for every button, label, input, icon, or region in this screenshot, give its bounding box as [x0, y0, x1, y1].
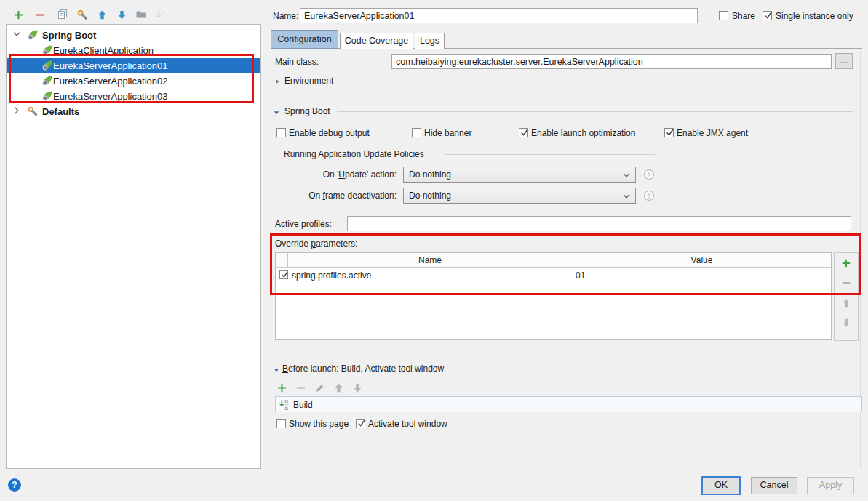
task-label: Build — [293, 398, 313, 412]
tree-item-eureka-server-02[interactable]: EurekaServerApplication02 — [7, 73, 260, 89]
enable-jmx-agent-checkbox[interactable] — [664, 128, 674, 137]
tree-node-defaults[interactable]: Defaults — [7, 104, 260, 119]
activate-tool-window-checkbox[interactable] — [356, 419, 365, 428]
before-launch-expand-icon[interactable] — [272, 366, 281, 374]
spring-boot-section-label[interactable]: Spring Boot — [284, 106, 330, 116]
tree-item-eureka-client[interactable]: EurekaClientApplication — [7, 43, 260, 58]
tab-configuration[interactable]: Configuration — [271, 30, 338, 49]
tree-item-eureka-server-03[interactable]: EurekaServerApplication03 — [7, 89, 260, 104]
tree-node-spring-boot[interactable]: Spring Boot — [7, 28, 260, 43]
move-up-button[interactable] — [95, 8, 108, 21]
environment-section-label[interactable]: Environment — [284, 76, 333, 86]
chevron-right-icon[interactable] — [12, 105, 22, 116]
tree-item-label: EurekaServerApplication02 — [53, 73, 168, 89]
remove-task-button[interactable] — [294, 381, 307, 394]
on-update-action-label: On 'Update' action: — [269, 169, 397, 180]
enable-jmx-agent-label[interactable]: Enable JMX agent — [677, 128, 748, 138]
table-row[interactable]: spring.profiles.active 01 — [276, 268, 831, 283]
enable-debug-output-label[interactable]: Enable debug output — [289, 128, 370, 138]
hide-banner-checkbox[interactable] — [412, 128, 421, 137]
tree-node-label: Defaults — [42, 104, 79, 119]
chevron-down-icon — [621, 191, 632, 201]
chevron-down-icon[interactable] — [12, 29, 22, 39]
enable-launch-optimization-label[interactable]: Enable launch optimization — [531, 128, 635, 138]
edit-defaults-button[interactable] — [76, 8, 89, 21]
add-configuration-button[interactable] — [12, 8, 25, 21]
move-down-button[interactable] — [115, 8, 128, 21]
spring-boot-run-config-icon — [41, 44, 53, 56]
parameter-enabled-checkbox[interactable] — [279, 270, 288, 279]
add-parameter-button[interactable] — [840, 257, 853, 270]
ok-button[interactable]: OK — [701, 476, 741, 495]
column-header-name[interactable]: Name — [287, 253, 573, 268]
override-parameters-table: Name Value spring.profiles.active 01 — [275, 252, 832, 340]
hide-banner-label[interactable]: Hide banner — [424, 128, 471, 138]
tree-item-label: EurekaServerApplication01 — [53, 58, 168, 73]
update-policies-group-label: Running Application Update Policies — [284, 149, 424, 159]
name-label: Name: — [273, 11, 298, 21]
single-instance-label[interactable]: Single instance only — [776, 11, 853, 21]
active-profiles-input[interactable] — [347, 216, 851, 231]
apply-button: Apply — [807, 477, 854, 494]
before-launch-task-build[interactable]: Build — [275, 396, 862, 412]
table-header: Name Value — [276, 253, 831, 268]
help-icon[interactable] — [643, 169, 655, 180]
spring-boot-run-config-icon — [41, 60, 53, 71]
spring-boot-expand-icon[interactable] — [272, 108, 281, 117]
browse-main-class-button[interactable]: ... — [835, 53, 853, 69]
move-parameter-down-button[interactable] — [840, 316, 853, 329]
tab-logs[interactable]: Logs — [415, 33, 445, 49]
defaults-wrench-icon — [27, 105, 39, 117]
activate-tool-window-label[interactable]: Activate tool window — [368, 419, 447, 429]
move-task-up-button[interactable] — [332, 381, 345, 394]
sort-configurations-button — [154, 8, 167, 21]
edit-task-button[interactable] — [313, 381, 326, 394]
parameter-name-cell: spring.profiles.active — [292, 270, 371, 281]
remove-parameter-button[interactable] — [840, 276, 853, 289]
remove-configuration-button[interactable] — [33, 8, 47, 21]
main-class-input[interactable] — [391, 54, 832, 69]
show-this-page-checkbox[interactable] — [276, 419, 286, 428]
cancel-button[interactable]: Cancel — [751, 477, 797, 494]
add-task-button[interactable] — [275, 381, 288, 394]
main-class-label: Main class: — [275, 57, 319, 67]
spring-boot-icon — [27, 29, 39, 41]
active-profiles-label: Active profiles: — [275, 219, 332, 229]
show-this-page-label[interactable]: Show this page — [289, 419, 349, 429]
run-debug-configurations-dialog: Spring Boot EurekaClientApplication Eure… — [0, 0, 868, 501]
copy-configuration-button[interactable] — [56, 8, 69, 21]
help-button[interactable]: ? — [8, 478, 21, 492]
name-input[interactable] — [300, 8, 698, 23]
build-icon — [279, 399, 290, 411]
override-parameters-label: Override parameters: — [275, 239, 357, 249]
single-instance-checkbox[interactable] — [763, 11, 772, 20]
separator — [342, 81, 853, 81]
move-task-down-button[interactable] — [351, 381, 364, 394]
tab-code-coverage[interactable]: Code Coverage — [340, 33, 413, 49]
separator — [450, 369, 853, 369]
tree-item-eureka-server-01[interactable]: EurekaServerApplication01 — [7, 58, 260, 73]
help-icon[interactable] — [643, 190, 655, 201]
share-label[interactable]: Share — [732, 11, 755, 21]
configurations-tree: Spring Boot EurekaClientApplication Eure… — [6, 24, 261, 469]
create-folder-button[interactable] — [135, 8, 148, 21]
share-checkbox[interactable] — [719, 11, 728, 20]
spring-boot-run-config-icon — [41, 75, 53, 87]
enable-launch-optimization-checkbox[interactable] — [519, 128, 528, 137]
table-side-toolbar — [834, 252, 859, 341]
spring-boot-run-config-icon — [41, 90, 53, 102]
separator — [445, 154, 655, 155]
tree-node-label: Spring Boot — [42, 28, 96, 43]
parameter-value-cell: 01 — [576, 270, 585, 281]
enable-debug-output-checkbox[interactable] — [276, 128, 286, 137]
before-launch-section-label[interactable]: Before launch: Build, Activate tool wind… — [282, 364, 444, 374]
chevron-down-icon — [621, 170, 632, 180]
tree-item-label: EurekaClientApplication — [53, 43, 154, 58]
column-header-value[interactable]: Value — [573, 253, 831, 268]
on-frame-deactivation-label: On frame deactivation: — [269, 191, 397, 201]
tree-item-label: EurekaServerApplication03 — [53, 89, 168, 104]
on-update-action-select[interactable]: Do nothing — [403, 167, 636, 183]
environment-collapse-icon[interactable] — [273, 77, 282, 86]
on-frame-deactivation-select[interactable]: Do nothing — [403, 188, 636, 204]
move-parameter-up-button[interactable] — [840, 297, 853, 310]
